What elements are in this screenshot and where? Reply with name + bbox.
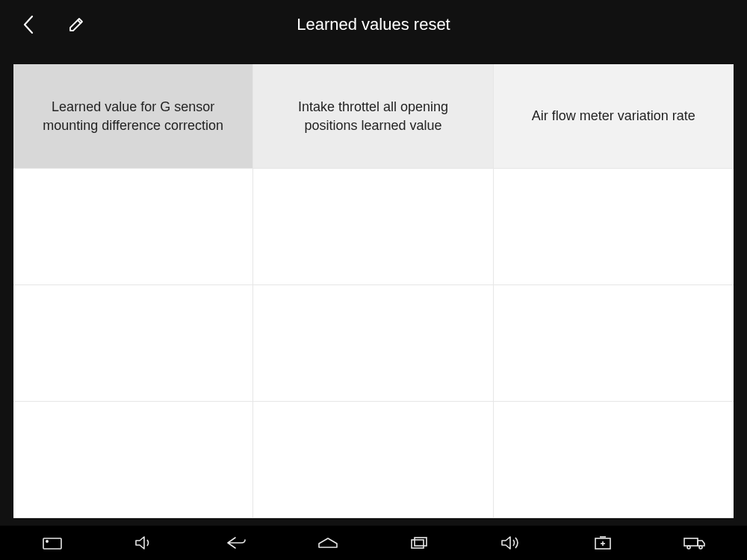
option-label: Learned value for G sensor mounting diff… bbox=[31, 98, 235, 134]
option-airflow-meter[interactable]: Air flow meter variation rate bbox=[494, 64, 734, 169]
pencil-icon bbox=[66, 15, 86, 34]
nav-volume-down-button[interactable] bbox=[122, 528, 167, 558]
option-g-sensor[interactable]: Learned value for G sensor mounting diff… bbox=[13, 64, 253, 169]
nav-camera-button[interactable] bbox=[30, 528, 75, 558]
empty-cell bbox=[253, 285, 493, 402]
option-intake-throttle[interactable]: Intake throttel all opening positions le… bbox=[253, 64, 493, 169]
svg-rect-3 bbox=[412, 540, 424, 548]
option-label: Air flow meter variation rate bbox=[532, 107, 695, 125]
svg-rect-9 bbox=[684, 538, 698, 546]
option-label: Intake throttel all opening positions le… bbox=[271, 98, 474, 134]
svg-point-10 bbox=[687, 546, 690, 549]
nav-truck-button[interactable] bbox=[672, 528, 717, 558]
nav-back-button[interactable] bbox=[214, 528, 258, 558]
svg-rect-1 bbox=[43, 538, 61, 549]
svg-point-2 bbox=[46, 541, 48, 542]
nav-home-button[interactable] bbox=[306, 528, 350, 558]
home-icon bbox=[317, 536, 339, 550]
empty-cell bbox=[253, 402, 493, 518]
svg-rect-4 bbox=[415, 538, 427, 546]
volume-up-icon bbox=[500, 535, 522, 551]
empty-cell bbox=[13, 402, 253, 518]
page-title: Learned values reset bbox=[0, 15, 747, 34]
nav-volume-up-button[interactable] bbox=[489, 528, 533, 558]
svg-point-11 bbox=[699, 546, 702, 549]
nav-recent-button[interactable] bbox=[397, 528, 441, 558]
empty-cell bbox=[494, 285, 734, 402]
plus-box-icon bbox=[593, 535, 613, 551]
back-arrow-icon bbox=[225, 535, 247, 550]
chevron-left-icon bbox=[22, 14, 35, 35]
empty-cell bbox=[494, 402, 734, 518]
nav-add-button[interactable] bbox=[580, 528, 625, 558]
empty-cell bbox=[13, 285, 253, 402]
top-bar: Learned values reset bbox=[0, 0, 747, 49]
recent-apps-icon bbox=[409, 535, 429, 550]
system-nav-bar bbox=[0, 526, 747, 560]
camera-icon bbox=[42, 535, 63, 550]
content-area: Learned value for G sensor mounting diff… bbox=[0, 49, 747, 526]
volume-down-icon bbox=[134, 535, 155, 551]
truck-icon bbox=[683, 535, 707, 550]
empty-cell bbox=[253, 169, 493, 285]
options-grid: Learned value for G sensor mounting diff… bbox=[13, 64, 734, 518]
edit-button[interactable] bbox=[60, 8, 93, 41]
empty-cell bbox=[13, 169, 253, 285]
back-button[interactable] bbox=[12, 8, 45, 41]
empty-cell bbox=[494, 169, 734, 285]
